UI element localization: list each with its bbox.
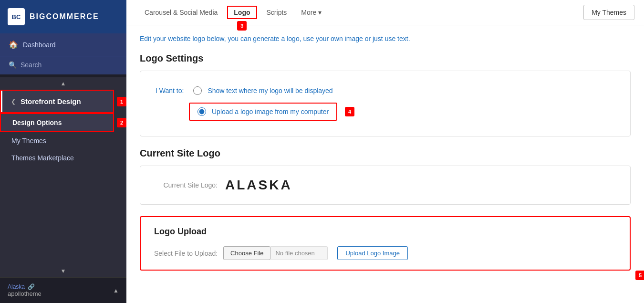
annotation-badge-3: 3 [237, 21, 247, 31]
nav-tabs: Carousel & Social Media Logo 3 Scripts M… [136, 1, 583, 24]
store-name: Alaska [8, 283, 25, 290]
current-logo-row: Current Site Logo: ALASKA [156, 178, 615, 193]
dashboard-label: Dashboard [23, 41, 56, 49]
sidebar: BC BIGCOMMERCE 🏠 Dashboard 🔍 Search ▲ ❮ … [0, 0, 126, 303]
choose-file-button[interactable]: Choose File [223, 246, 270, 260]
tab-logo-wrapper: Logo 3 [226, 6, 258, 19]
footer-store-info: Alaska 🔗 apollotheme [8, 283, 42, 297]
content-area: Edit your website logo below, you can ge… [126, 25, 644, 303]
annotation-badge-1: 1 [117, 97, 126, 106]
logo-upload-wrapper: Logo Upload Select File to Upload: Choos… [140, 216, 631, 275]
design-options-wrapper: Design Options 2 [0, 113, 126, 132]
radio-row-text: I Want to: Show text where my logo will … [156, 86, 615, 95]
annotation-badge-4: 4 [345, 107, 354, 116]
radio-group: I Want to: Show text where my logo will … [156, 83, 615, 125]
brand-name: BIGCOMMERCE [30, 12, 99, 21]
radio-upload-option[interactable] [197, 107, 206, 116]
logo-upload-section: Logo Upload Select File to Upload: Choos… [140, 216, 631, 271]
logo-settings-card: I Want to: Show text where my logo will … [140, 71, 631, 136]
top-nav-section: 🏠 Dashboard 🔍 Search [0, 33, 126, 74]
scroll-up-arrow[interactable]: ▲ [0, 77, 126, 90]
logo-upload-title: Logo Upload [154, 227, 616, 237]
themes-marketplace-label: Themes Marketplace [11, 154, 74, 162]
current-logo-title: Current Site Logo [140, 148, 631, 159]
design-options-label: Design Options [12, 119, 62, 126]
i-want-to-label: I Want to: [156, 87, 184, 94]
bigcommerce-logo-icon: BC [8, 8, 25, 25]
radio-upload-label: Upload a logo image from my computer [212, 108, 329, 115]
upload-row: Select File to Upload: Choose File No fi… [154, 246, 616, 260]
annotation-badge-5: 5 [635, 271, 644, 280]
radio-upload-selected: Upload a logo image from my computer [189, 103, 337, 121]
current-logo-label: Current Site Logo: [156, 181, 218, 189]
footer-chevron-icon[interactable]: ▲ [113, 287, 119, 294]
top-navigation: Carousel & Social Media Logo 3 Scripts M… [126, 0, 644, 25]
external-link-icon: 🔗 [28, 283, 35, 290]
tab-scripts[interactable]: Scripts [258, 1, 296, 24]
sidebar-sub-design-options[interactable]: Design Options [1, 114, 113, 131]
my-themes-label: My Themes [11, 137, 46, 145]
tab-logo[interactable]: Logo [227, 6, 257, 19]
upload-logo-button[interactable]: Upload Logo Image [337, 246, 407, 260]
dashboard-icon: 🏠 [9, 40, 18, 49]
sidebar-item-search[interactable]: 🔍 Search [0, 56, 126, 74]
no-file-text: No file chosen [270, 246, 328, 260]
logo-settings-title: Logo Settings [140, 53, 631, 64]
tab-more[interactable]: More ▾ [295, 1, 327, 24]
main-content: Carousel & Social Media Logo 3 Scripts M… [126, 0, 644, 303]
storefront-design-wrapper: ❮ Storefront Design 1 [0, 90, 126, 113]
storefront-chevron-icon: ❮ [11, 98, 16, 105]
tab-carousel-social[interactable]: Carousel & Social Media [136, 1, 226, 24]
upload-label: Select File to Upload: [154, 250, 218, 257]
radio-text-option[interactable] [193, 86, 202, 95]
subtitle-text: Edit your website logo below, you can ge… [140, 35, 631, 42]
sidebar-main-section: ❮ Storefront Design 1 Design Options 2 M… [0, 90, 126, 265]
current-logo-card: Current Site Logo: ALASKA [140, 166, 631, 205]
sidebar-item-dashboard[interactable]: 🏠 Dashboard [0, 33, 126, 56]
dropdown-chevron-icon: ▾ [318, 9, 322, 16]
storefront-design-item[interactable]: ❮ Storefront Design [0, 90, 114, 113]
sidebar-header: BC BIGCOMMERCE [0, 0, 126, 33]
choose-file-wrapper: Choose File No file chosen [223, 246, 328, 260]
scroll-down-arrow[interactable]: ▼ [0, 265, 126, 277]
storefront-design-header[interactable]: ❮ Storefront Design [1, 91, 113, 112]
search-icon: 🔍 [9, 61, 17, 69]
my-themes-button[interactable]: My Themes [583, 5, 634, 20]
sidebar-footer: Alaska 🔗 apollotheme ▲ [0, 277, 126, 303]
radio-upload-wrapper: Upload a logo image from my computer 4 [189, 103, 615, 121]
sidebar-sub-themes-marketplace[interactable]: Themes Marketplace [0, 149, 126, 167]
storefront-design-label: Storefront Design [21, 97, 104, 105]
theme-name: apollotheme [8, 290, 42, 297]
annotation-badge-2: 2 [117, 118, 126, 127]
sidebar-sub-my-themes[interactable]: My Themes [0, 132, 126, 149]
search-label: Search [21, 61, 42, 69]
design-options-item[interactable]: Design Options [0, 113, 114, 132]
current-logo-value: ALASKA [225, 178, 292, 193]
radio-text-label: Show text where my logo will be displaye… [208, 87, 332, 94]
